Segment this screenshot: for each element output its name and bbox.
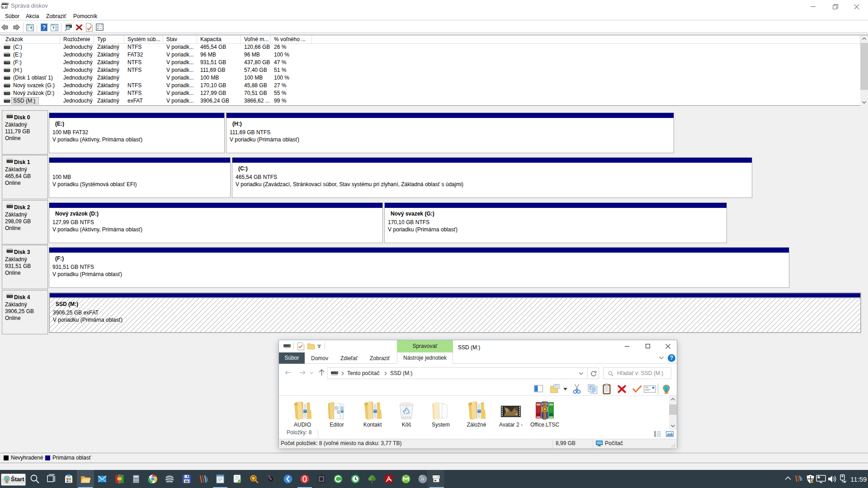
svg-text:64: 64 (185, 480, 189, 483)
svg-text:?: ? (42, 24, 46, 31)
svg-text:!: ! (812, 481, 813, 483)
